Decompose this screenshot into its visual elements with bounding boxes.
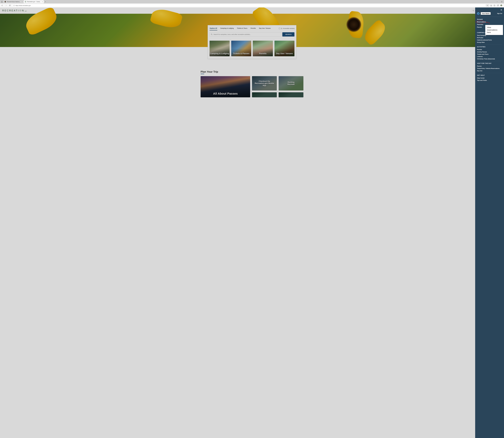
address-bar: https://www.recreation.gov A» + bbox=[0, 3, 504, 8]
main-search-input[interactable]: Search for campsites, tours, and other r… bbox=[210, 32, 282, 36]
browser-tab-0[interactable]: Pictured Rocks National Lakesho × bbox=[3, 0, 24, 3]
category-card-dayuse-venues[interactable]: Day Use / Venues bbox=[274, 41, 294, 56]
account-side-panel: ✕ Your Name Sign Out Account Reservation… bbox=[475, 8, 504, 438]
svg-rect-0 bbox=[1, 1, 3, 2]
reload-button[interactable] bbox=[9, 4, 11, 7]
site-header: RECREATI☉N.gov What are you looking for? bbox=[0, 8, 504, 14]
search-button[interactable]: SEARCH bbox=[282, 32, 294, 36]
svg-point-15 bbox=[473, 10, 474, 11]
link-activity-passes[interactable]: Activity Passes bbox=[477, 51, 502, 53]
svg-rect-4 bbox=[501, 1, 502, 2]
favorites-icon[interactable] bbox=[493, 4, 495, 7]
svg-line-19 bbox=[212, 35, 212, 35]
tab-actions-icon[interactable] bbox=[0, 0, 3, 3]
avatar-icon bbox=[477, 12, 480, 15]
category-card-camping-lodging[interactable]: Camping & Lodging bbox=[210, 41, 230, 56]
user-name-box: Your Name bbox=[481, 12, 491, 15]
tab-explore-all[interactable]: Explore All bbox=[210, 26, 217, 30]
section-visit-for-day: VISIT FOR THE DAY Passes Timed Entry / V… bbox=[477, 61, 502, 73]
link-tickets-tours[interactable]: Tickets and Tours bbox=[477, 53, 502, 55]
profile-icon[interactable] bbox=[500, 4, 502, 7]
link-reservations[interactable]: Reservations bbox=[477, 21, 502, 23]
sign-out-link[interactable]: Sign Out bbox=[497, 13, 502, 14]
site-logo[interactable]: RECREATI☉N.gov bbox=[2, 9, 27, 12]
tab-camping-lodging[interactable]: Camping & Lodging bbox=[220, 26, 234, 30]
category-card-tickets-passes[interactable]: Tickets & Passes bbox=[231, 41, 251, 56]
close-panel-button[interactable]: ✕ bbox=[477, 9, 502, 11]
plan-card-hunting[interactable]: HuntingRecreati bbox=[279, 76, 304, 90]
tab-permits[interactable]: Permits bbox=[250, 26, 256, 30]
user-row: Your Name Sign Out bbox=[477, 11, 502, 17]
link-lotteries[interactable]: Lotteries bbox=[477, 55, 502, 58]
section-heading: ACTIVITIES bbox=[477, 46, 502, 48]
svg-point-17 bbox=[281, 28, 282, 28]
close-icon[interactable]: × bbox=[22, 1, 22, 2]
accessible-checkbox-input[interactable] bbox=[279, 28, 280, 29]
tab-dayuse-venues[interactable]: Day Use / Venues bbox=[259, 26, 271, 30]
forward-button bbox=[5, 4, 8, 7]
plan-card-mobile-app[interactable]: Checkout the Recreation.gov Mobile App bbox=[252, 76, 277, 90]
search-icon bbox=[211, 33, 212, 35]
favorites-star-icon[interactable]: + bbox=[490, 4, 492, 7]
link-rv-trailer[interactable]: RV/Trailer bbox=[477, 36, 502, 39]
link-permits[interactable]: Permits bbox=[477, 48, 502, 51]
toolbar-right: A» + bbox=[486, 4, 503, 7]
link-cabins-lookouts-yurts[interactable]: Cabins/Lookouts/Yurts bbox=[477, 39, 502, 41]
new-tab-button[interactable]: + bbox=[44, 0, 47, 3]
search-placeholder: Search for campsites, tours, and other r… bbox=[213, 33, 251, 35]
svg-point-18 bbox=[211, 34, 212, 35]
svg-text:+: + bbox=[491, 6, 492, 6]
annotation-callout: View reservations here bbox=[485, 25, 503, 35]
search-tabs: Explore All Camping & Lodging Tickets & … bbox=[210, 26, 294, 31]
close-icon[interactable]: × bbox=[42, 1, 43, 2]
category-cards: Camping & Lodging Tickets & Passes Permi… bbox=[210, 41, 294, 56]
svg-rect-1 bbox=[1, 1, 2, 2]
accessibility-icon bbox=[281, 28, 282, 29]
maximize-button[interactable] bbox=[499, 0, 504, 3]
link-passes-day[interactable]: Passes bbox=[477, 65, 502, 67]
accessible-camping-checkbox[interactable]: Accessible camping bbox=[279, 28, 294, 29]
tab-title: Pictured Rocks National Lakesho bbox=[7, 1, 21, 2]
section-get-help: GET HELP Help Center Tips and Tricks bbox=[477, 73, 502, 83]
link-tips-tricks[interactable]: Tips and Tricks bbox=[477, 79, 502, 81]
lock-icon bbox=[13, 5, 15, 6]
link-account[interactable]: Account bbox=[477, 18, 502, 21]
link-group-sites[interactable]: Group Sites bbox=[477, 41, 502, 44]
tab-title: Recreation.gov - Camping, Cabin bbox=[27, 1, 41, 2]
plan-your-trip-section: Plan Your Trip All About Passes Checkout… bbox=[200, 70, 304, 97]
svg-point-21 bbox=[478, 13, 479, 13]
search-card: Explore All Camping & Lodging Tickets & … bbox=[208, 25, 296, 59]
plan-card-secondary[interactable] bbox=[252, 92, 277, 97]
link-christmas-trees[interactable]: Christmas Trees (Seasonal) bbox=[477, 58, 502, 60]
search-icon bbox=[473, 10, 474, 11]
window-controls bbox=[495, 0, 504, 3]
section-activities: ACTIVITIES Permits Activity Passes Ticke… bbox=[477, 44, 502, 61]
link-help-center[interactable]: Help Center bbox=[477, 77, 502, 79]
section-heading: GET HELP bbox=[477, 75, 502, 76]
collections-icon[interactable] bbox=[497, 4, 499, 7]
tab-strip: Pictured Rocks National Lakesho × Recrea… bbox=[0, 0, 504, 3]
close-icon: ✕ bbox=[500, 9, 502, 11]
nps-favicon-icon bbox=[4, 1, 6, 2]
link-timed-entry[interactable]: Timed Entry / Vehicle Reservations bbox=[477, 67, 502, 70]
svg-line-16 bbox=[474, 11, 474, 11]
url-input[interactable]: https://www.recreation.gov bbox=[12, 4, 485, 7]
page-content: RECREATI☉N.gov What are you looking for?… bbox=[0, 8, 504, 438]
svg-rect-5 bbox=[14, 5, 14, 6]
browser-chrome: Pictured Rocks National Lakesho × Recrea… bbox=[0, 0, 504, 8]
recreation-favicon-icon bbox=[25, 1, 26, 2]
read-aloud-icon[interactable]: A» bbox=[486, 4, 489, 7]
tab-tickets-tours[interactable]: Tickets & Tours bbox=[237, 26, 248, 30]
minimize-button[interactable] bbox=[495, 0, 499, 3]
heading-underline bbox=[200, 74, 204, 74]
section-heading: VISIT FOR THE DAY bbox=[477, 63, 502, 64]
plan-heading: Plan Your Trip bbox=[200, 70, 304, 73]
plan-card-secondary-2[interactable] bbox=[279, 92, 304, 97]
browser-tab-1[interactable]: Recreation.gov - Camping, Cabin × bbox=[24, 0, 44, 3]
url-text: https://www.recreation.gov bbox=[15, 5, 31, 6]
svg-point-14 bbox=[501, 5, 502, 6]
plan-card-all-about-passes[interactable]: All About Passes bbox=[200, 76, 250, 97]
category-card-permits[interactable]: Permits bbox=[253, 41, 273, 56]
back-button[interactable] bbox=[1, 4, 4, 7]
link-day-use[interactable]: Day Use bbox=[477, 70, 502, 72]
